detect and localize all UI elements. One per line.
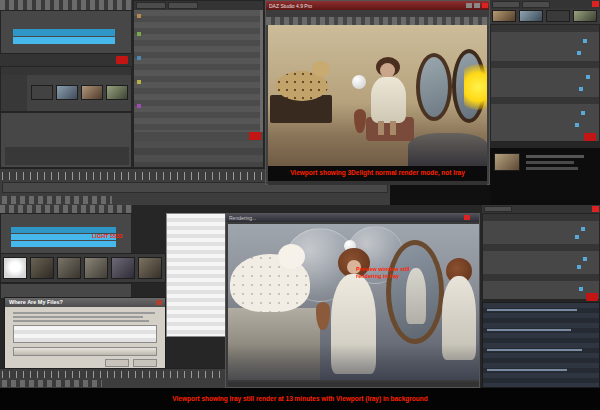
notification-badge bbox=[116, 56, 128, 64]
render-thumbnail[interactable] bbox=[84, 257, 108, 279]
item-icon bbox=[137, 14, 141, 18]
viewport-titlebar[interactable]: DAZ Studio 4.9 Pro bbox=[266, 1, 489, 10]
content-thumbnail[interactable] bbox=[106, 85, 128, 100]
close-button[interactable] bbox=[592, 206, 599, 212]
render-log-panel[interactable] bbox=[482, 302, 600, 388]
girl-gown bbox=[371, 77, 406, 123]
notification-badge bbox=[586, 293, 598, 301]
timeline-transport-buttons[interactable] bbox=[2, 196, 112, 204]
dialog-wide-button[interactable] bbox=[13, 347, 157, 356]
content-library-panel[interactable] bbox=[0, 66, 132, 112]
dialog-cancel-button[interactable] bbox=[133, 359, 157, 367]
timeline-transport-buttons[interactable] bbox=[2, 380, 102, 387]
right-tab[interactable] bbox=[492, 1, 520, 8]
minimize-button[interactable] bbox=[466, 3, 472, 8]
viewport-window-top: DAZ Studio 4.9 Pro bbox=[265, 0, 490, 185]
viewport-title: DAZ Studio 4.9 Pro bbox=[269, 2, 419, 10]
render-thumbs-strip bbox=[0, 253, 166, 283]
viewport-menubar[interactable] bbox=[266, 10, 489, 17]
scene-tree-panel[interactable] bbox=[0, 10, 132, 54]
content-panel-header bbox=[1, 67, 131, 75]
viewport-toolbar[interactable] bbox=[266, 17, 489, 25]
maximize-button[interactable] bbox=[474, 3, 480, 8]
light-sphere bbox=[352, 75, 366, 89]
dialog-close-button[interactable] bbox=[156, 300, 162, 305]
caption-top-text: Viewport showing 3Delight normal render … bbox=[268, 166, 487, 180]
param-section-header[interactable] bbox=[491, 61, 599, 68]
param-slider[interactable] bbox=[586, 75, 590, 79]
item-icon bbox=[137, 32, 141, 36]
tree-selected-row[interactable] bbox=[11, 241, 116, 247]
param-slider[interactable] bbox=[577, 51, 581, 55]
middle-scrollbar[interactable] bbox=[260, 10, 263, 132]
render-titlebar[interactable]: Rendering... bbox=[226, 214, 479, 222]
parameters-panel-bottom[interactable] bbox=[482, 213, 600, 300]
middle-tab[interactable] bbox=[168, 2, 198, 9]
right-tabbar-top bbox=[490, 0, 600, 9]
item-icon bbox=[137, 56, 141, 60]
middle-subpanel bbox=[134, 141, 263, 167]
girl-leg bbox=[378, 121, 384, 135]
render-thumbnail[interactable] bbox=[138, 257, 162, 279]
right-tab[interactable] bbox=[522, 1, 550, 8]
render-thumbnail[interactable] bbox=[30, 257, 54, 279]
left-lower-panel[interactable] bbox=[0, 112, 132, 168]
param-slider[interactable] bbox=[579, 287, 583, 291]
param-slider[interactable] bbox=[583, 257, 587, 261]
parameters-panel-top[interactable] bbox=[490, 24, 600, 142]
render-thumbnail[interactable] bbox=[57, 257, 81, 279]
middle-item-list[interactable] bbox=[134, 10, 260, 132]
leopard-head bbox=[278, 244, 305, 269]
preset-thumbnail[interactable] bbox=[573, 10, 597, 22]
param-section-header[interactable] bbox=[483, 214, 599, 221]
param-section-header[interactable] bbox=[491, 25, 599, 32]
preset-thumbnail[interactable] bbox=[492, 10, 516, 22]
content-thumbnail[interactable] bbox=[56, 85, 78, 100]
dialog-titlebar[interactable]: Where Are My Files? bbox=[5, 298, 165, 307]
preset-thumbnail[interactable] bbox=[546, 10, 570, 22]
bottom-left-toolbar[interactable] bbox=[0, 205, 132, 213]
close-button[interactable] bbox=[482, 3, 488, 8]
floor-reflection bbox=[228, 344, 479, 380]
param-slider[interactable] bbox=[579, 87, 583, 91]
content-side-column[interactable] bbox=[1, 75, 27, 111]
aux-text-line bbox=[526, 161, 574, 164]
dialog-text-line bbox=[13, 312, 155, 314]
viewport-scene-3delight[interactable] bbox=[268, 25, 487, 166]
param-slider[interactable] bbox=[577, 265, 581, 269]
tree-selected-row[interactable] bbox=[13, 29, 115, 36]
render-thumbnail[interactable] bbox=[3, 257, 27, 279]
param-slider[interactable] bbox=[581, 227, 585, 231]
dark-drapery bbox=[408, 133, 487, 166]
viewport-statusbar bbox=[268, 181, 487, 185]
param-slider[interactable] bbox=[575, 235, 579, 239]
middle-tab[interactable] bbox=[136, 2, 166, 9]
close-button[interactable] bbox=[464, 215, 470, 220]
right-tab[interactable] bbox=[484, 206, 512, 212]
param-slider[interactable] bbox=[575, 123, 579, 127]
item-icon bbox=[137, 80, 141, 84]
param-slider[interactable] bbox=[583, 39, 587, 43]
preset-thumbnail[interactable] bbox=[519, 10, 543, 22]
render-scene-iray: Preview window still rendering in Iray bbox=[228, 224, 479, 380]
render-thumbnail[interactable] bbox=[111, 257, 135, 279]
dialog-title: Where Are My Files? bbox=[9, 298, 63, 307]
content-thumbnail[interactable] bbox=[31, 85, 53, 100]
top-left-toolbar[interactable] bbox=[0, 0, 132, 10]
param-section-header[interactable] bbox=[483, 274, 599, 281]
girl-face bbox=[380, 63, 395, 78]
dialog-ok-button[interactable] bbox=[105, 359, 129, 367]
param-section-header[interactable] bbox=[483, 244, 599, 251]
left-lower-subpanel bbox=[5, 147, 129, 165]
right-thumbs-row bbox=[490, 9, 600, 24]
render-statusbar bbox=[228, 382, 479, 387]
content-thumbnail[interactable] bbox=[81, 85, 103, 100]
girl-leg bbox=[390, 121, 396, 135]
param-slider[interactable] bbox=[581, 111, 585, 115]
item-icon bbox=[137, 104, 141, 108]
tree-selected-row[interactable] bbox=[13, 37, 115, 44]
dialog-list-box[interactable] bbox=[13, 325, 157, 343]
close-button[interactable] bbox=[592, 1, 599, 7]
aux-thumbnail[interactable] bbox=[494, 153, 520, 171]
param-section-header[interactable] bbox=[491, 97, 599, 104]
